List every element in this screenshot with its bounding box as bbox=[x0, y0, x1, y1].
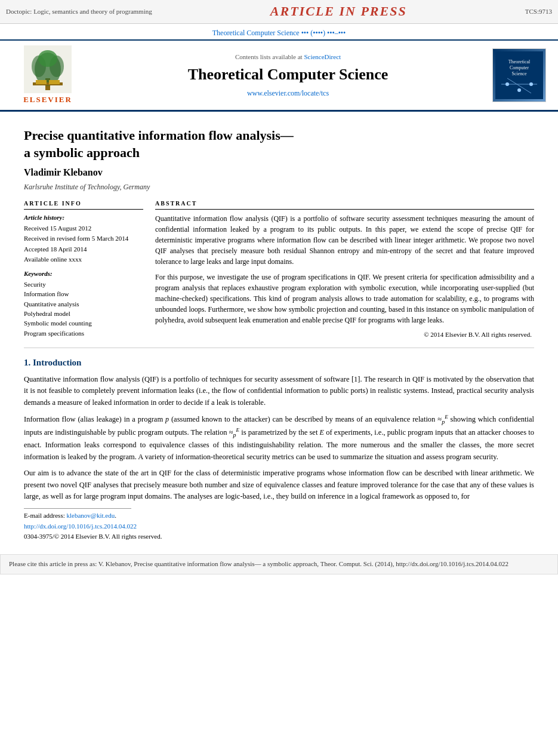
section-divider bbox=[24, 348, 534, 348]
keyword-1: Security bbox=[24, 280, 143, 289]
svg-text:Science: Science bbox=[512, 71, 527, 76]
article-in-press-label: ARTICLE IN PRESS bbox=[270, 2, 407, 21]
elsevier-label: ELSEVIER bbox=[23, 94, 72, 105]
intro-para1: Quantitative information flow analysis (… bbox=[24, 374, 534, 408]
svg-rect-8 bbox=[49, 80, 60, 84]
journal-reference-link[interactable]: Theoretical Computer Science ••• (••••) … bbox=[212, 29, 346, 37]
elsevier-tree-icon bbox=[24, 45, 72, 93]
svg-text:Computer: Computer bbox=[510, 65, 529, 70]
intro-para3: Our aim is to advance the state of the a… bbox=[24, 468, 534, 502]
top-banner-right: TCS:9713 bbox=[525, 7, 552, 16]
citation-text: Please cite this article in press as: V.… bbox=[9, 560, 508, 567]
accepted-date: Accepted 18 April 2014 bbox=[24, 245, 143, 254]
article-affiliation: Karlsruhe Institute of Technology, Germa… bbox=[24, 182, 534, 192]
intro-para2: Information flow (alias leakage) in a pr… bbox=[24, 413, 534, 463]
svg-rect-7 bbox=[36, 80, 47, 84]
intro-heading: 1. Introduction bbox=[24, 357, 534, 369]
journal-main-title: Theoretical Computer Science bbox=[84, 64, 492, 85]
footnote-divider bbox=[24, 508, 131, 509]
received-date: Received 15 August 2012 bbox=[24, 224, 143, 233]
doi-footnote: http://dx.doi.org/10.1016/j.tcs.2014.04.… bbox=[24, 522, 534, 531]
svg-point-15 bbox=[505, 82, 509, 86]
svg-point-5 bbox=[38, 50, 57, 67]
article-info-column: ARTICLE INFO Article history: Received 1… bbox=[24, 199, 143, 339]
email-link[interactable]: klebanov@kit.edu bbox=[66, 512, 115, 519]
main-content: Precise quantitative information flow an… bbox=[0, 112, 558, 548]
svg-text:Theoretical: Theoretical bbox=[508, 59, 531, 64]
sciencedirect-link[interactable]: ScienceDirect bbox=[304, 53, 341, 60]
tcs-logo-icon: Theoretical Computer Science bbox=[495, 51, 543, 99]
copyright-line: © 2014 Elsevier B.V. All rights reserved… bbox=[155, 330, 534, 339]
revised-date: Received in revised form 5 March 2014 bbox=[24, 234, 143, 243]
bottom-citation-bar: Please cite this article in press as: V.… bbox=[0, 554, 558, 574]
email-footnote: E-mail address: klebanov@kit.edu. bbox=[24, 511, 534, 520]
logo-row: ELSEVIER Contents lists available at Sci… bbox=[0, 41, 558, 112]
tcs-logo-box: Theoretical Computer Science bbox=[492, 48, 546, 102]
doi-link[interactable]: http://dx.doi.org/10.1016/j.tcs.2014.04.… bbox=[24, 523, 137, 530]
article-info-abstract: ARTICLE INFO Article history: Received 1… bbox=[24, 199, 534, 339]
abstract-column: ABSTRACT Quantitative information flow a… bbox=[155, 199, 534, 339]
abstract-para1: Quantitative information flow analysis (… bbox=[155, 213, 534, 267]
journal-title-center: Contents lists available at ScienceDirec… bbox=[84, 53, 492, 99]
svg-point-16 bbox=[529, 82, 533, 86]
keyword-6: Program specifications bbox=[24, 329, 143, 338]
article-title: Precise quantitative information flow an… bbox=[24, 127, 534, 161]
top-banner: Doctopic: Logic, semantics and theory of… bbox=[0, 0, 558, 24]
article-info-heading: ARTICLE INFO bbox=[24, 199, 143, 210]
journal-header: Theoretical Computer Science ••• (••••) … bbox=[0, 24, 558, 41]
history-label: Article history: bbox=[24, 213, 143, 222]
abstract-para2: For this purpose, we investigate the use… bbox=[155, 272, 534, 325]
keywords-label: Keywords: bbox=[24, 269, 143, 278]
keyword-2: Information flow bbox=[24, 290, 143, 299]
online-date: Available online xxxx bbox=[24, 255, 143, 264]
article-author: Vladimir Klebanov bbox=[24, 166, 534, 179]
keyword-3: Quantitative analysis bbox=[24, 300, 143, 309]
email-label: E-mail address: bbox=[24, 512, 66, 519]
issn-footnote: 0304-3975/© 2014 Elsevier B.V. All right… bbox=[24, 532, 534, 541]
keyword-5: Symbolic model counting bbox=[24, 319, 143, 328]
abstract-heading: ABSTRACT bbox=[155, 199, 534, 210]
svg-point-17 bbox=[517, 88, 521, 92]
abstract-text: Quantitative information flow analysis (… bbox=[155, 213, 534, 325]
elsevier-logo: ELSEVIER bbox=[12, 45, 84, 105]
keyword-4: Polyhedral model bbox=[24, 309, 143, 318]
top-banner-left: Doctopic: Logic, semantics and theory of… bbox=[6, 7, 152, 16]
journal-url-link[interactable]: www.elsevier.com/locate/tcs bbox=[84, 88, 492, 99]
contents-available: Contents lists available at ScienceDirec… bbox=[84, 53, 492, 62]
